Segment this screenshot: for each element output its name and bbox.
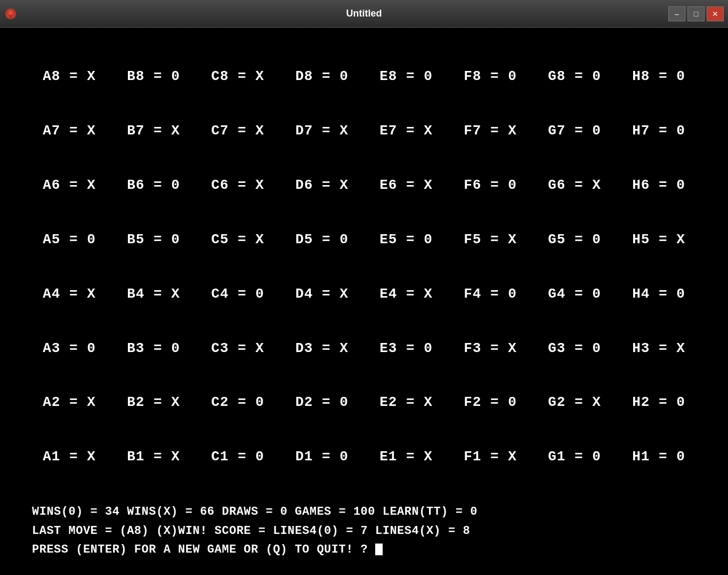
grid-cell: D2 = 0 — [285, 394, 359, 410]
minimize-button[interactable]: – — [668, 6, 685, 21]
grid-cell: H4 = 0 — [621, 286, 696, 302]
grid-cell: C3 = X — [200, 340, 275, 356]
grid-row: A5 = 0B5 = 0C5 = XD5 = 0E5 = 0F5 = XG5 =… — [32, 231, 696, 247]
status-line-3-text: PRESS (ENTER) FOR A NEW GAME OR (Q) TO Q… — [32, 543, 375, 556]
restore-button[interactable]: □ — [687, 6, 705, 21]
grid-cell: B7 = X — [116, 123, 191, 139]
grid-cell: G8 = 0 — [537, 68, 612, 84]
title-bar-controls: – □ ✕ — [668, 6, 724, 21]
main-window: Untitled – □ ✕ A8 = XB8 = 0C8 = XD8 = 0E… — [0, 0, 728, 575]
close-button[interactable]: ✕ — [707, 6, 724, 21]
grid-cell: G6 = X — [537, 177, 612, 193]
grid-cell: D8 = 0 — [285, 68, 359, 84]
grid-cell: B1 = X — [116, 449, 191, 465]
grid-cell: D7 = X — [285, 123, 359, 139]
grid-cell: H1 = 0 — [621, 449, 696, 465]
status-line-3: PRESS (ENTER) FOR A NEW GAME OR (Q) TO Q… — [32, 540, 696, 559]
grid-cell: C8 = X — [200, 68, 275, 84]
grid-cell: E7 = X — [369, 123, 443, 139]
grid-cell: E1 = X — [369, 449, 443, 465]
grid-cell: B6 = 0 — [116, 177, 191, 193]
grid-cell: H2 = 0 — [621, 394, 696, 410]
grid-cell: F8 = 0 — [453, 68, 528, 84]
grid-row: A6 = XB6 = 0C6 = XD6 = XE6 = XF6 = 0G6 =… — [32, 177, 696, 193]
grid-row: A7 = XB7 = XC7 = XD7 = XE7 = XF7 = XG7 =… — [32, 123, 696, 139]
grid-cell: A5 = 0 — [32, 231, 107, 247]
grid-cell: H8 = 0 — [621, 68, 696, 84]
window-title: Untitled — [346, 8, 382, 19]
grid-cell: E3 = 0 — [369, 340, 443, 356]
grid-cell: G1 = 0 — [537, 449, 612, 465]
grid-cell: C1 = 0 — [200, 449, 275, 465]
grid-cell: H3 = X — [621, 340, 696, 356]
grid-cell: D6 = X — [285, 177, 359, 193]
title-bar-left — [4, 7, 17, 20]
grid-cell: E6 = X — [369, 177, 443, 193]
grid-cell: C5 = X — [200, 231, 275, 247]
main-content: A8 = XB8 = 0C8 = XD8 = 0E8 = 0F8 = 0G8 =… — [0, 28, 728, 575]
grid-cell: D1 = 0 — [285, 449, 359, 465]
status-line-1: WINS(0) = 34 WINS(X) = 66 DRAWS = 0 GAME… — [32, 502, 696, 521]
grid-cell: A1 = X — [32, 449, 107, 465]
grid-cell: F3 = X — [453, 340, 528, 356]
grid-row: A8 = XB8 = 0C8 = XD8 = 0E8 = 0F8 = 0G8 =… — [32, 68, 696, 84]
grid-cell: H6 = 0 — [621, 177, 696, 193]
grid-cell: F1 = X — [453, 449, 528, 465]
grid-cell: C6 = X — [200, 177, 275, 193]
grid-cell: C4 = 0 — [200, 286, 275, 302]
grid-row: A1 = XB1 = XC1 = 0D1 = 0E1 = XF1 = XG1 =… — [32, 449, 696, 465]
grid-cell: E5 = 0 — [369, 231, 443, 247]
grid-cell: D5 = 0 — [285, 231, 359, 247]
grid-cell: D4 = X — [285, 286, 359, 302]
grid-cell: H7 = 0 — [621, 123, 696, 139]
status-area: WINS(0) = 34 WINS(X) = 66 DRAWS = 0 GAME… — [32, 494, 696, 559]
grid-cell: F4 = 0 — [453, 286, 528, 302]
grid-cell: C2 = 0 — [200, 394, 275, 410]
grid-cell: B4 = X — [116, 286, 191, 302]
grid-cell: G7 = 0 — [537, 123, 612, 139]
grid-cell: A7 = X — [32, 123, 107, 139]
grid-cell: F2 = 0 — [453, 394, 528, 410]
grid-cell: B5 = 0 — [116, 231, 191, 247]
grid-cell: F6 = 0 — [453, 177, 528, 193]
grid-row: A4 = XB4 = XC4 = 0D4 = XE4 = XF4 = 0G4 =… — [32, 286, 696, 302]
grid-cell: B3 = 0 — [116, 340, 191, 356]
svg-point-1 — [9, 11, 13, 15]
grid-cell: A4 = X — [32, 286, 107, 302]
title-bar: Untitled – □ ✕ — [0, 0, 728, 28]
grid-cell: A2 = X — [32, 394, 107, 410]
grid-cell: G3 = 0 — [537, 340, 612, 356]
grid-cell: G2 = X — [537, 394, 612, 410]
grid-cell: E8 = 0 — [369, 68, 443, 84]
grid-cell: B2 = X — [116, 394, 191, 410]
grid-row: A3 = 0B3 = 0C3 = XD3 = XE3 = 0F3 = XG3 =… — [32, 340, 696, 356]
grid-row: A2 = XB2 = XC2 = 0D2 = 0E2 = XF2 = 0G2 =… — [32, 394, 696, 410]
grid-cell: E4 = X — [369, 286, 443, 302]
grid-cell: G5 = 0 — [537, 231, 612, 247]
app-icon — [4, 7, 17, 20]
grid-cell: H5 = X — [621, 231, 696, 247]
grid-cell: E2 = X — [369, 394, 443, 410]
grid-cell: D3 = X — [285, 340, 359, 356]
grid-cell: A3 = 0 — [32, 340, 107, 356]
grid-cell: F7 = X — [453, 123, 528, 139]
game-grid: A8 = XB8 = 0C8 = XD8 = 0E8 = 0F8 = 0G8 =… — [32, 49, 696, 484]
grid-cell: F5 = X — [453, 231, 528, 247]
grid-cell: A8 = X — [32, 68, 107, 84]
status-line-2: LAST MOVE = (A8) (X)WIN! SCORE = LINES4(… — [32, 522, 696, 540]
grid-cell: A6 = X — [32, 177, 107, 193]
grid-cell: G4 = 0 — [537, 286, 612, 302]
cursor-blink — [375, 544, 383, 555]
grid-cell: C7 = X — [200, 123, 275, 139]
grid-cell: B8 = 0 — [116, 68, 191, 84]
